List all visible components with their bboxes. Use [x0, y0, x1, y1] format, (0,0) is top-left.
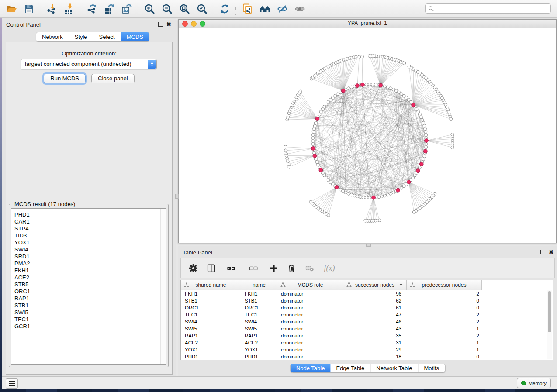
tab-network-table[interactable]: Network Table	[370, 364, 418, 372]
new-network-from-selection-button[interactable]	[239, 1, 256, 16]
table-row[interactable]: SWI4SWI4dominator462	[181, 318, 553, 325]
delete-selected-button[interactable]	[286, 263, 297, 273]
mcds-result-item[interactable]: SRD1	[14, 253, 166, 260]
table-row[interactable]: ACE2ACE2connector311	[181, 339, 553, 346]
table-toolbar: f(x)	[180, 258, 555, 278]
memory-button[interactable]: Memory	[517, 378, 551, 388]
delete-table-button-disabled	[304, 263, 315, 273]
table-row[interactable]: YOX1YOX1connector291	[181, 346, 553, 353]
show-columns-button[interactable]	[206, 263, 216, 273]
column-header-name[interactable]: name	[241, 280, 277, 290]
optimization-criterion-select[interactable]: largest connected component (undirected)	[21, 59, 157, 69]
deselect-all-icon	[249, 264, 258, 273]
import-network-button[interactable]	[43, 1, 60, 16]
float-panel-icon[interactable]	[540, 250, 545, 254]
close-panel-button[interactable]: Close panel	[91, 74, 135, 83]
network-view-window: YPA_prune.txt_1	[178, 19, 557, 243]
open-file-button[interactable]	[3, 1, 20, 16]
export-network-button[interactable]	[83, 1, 100, 16]
hide-selected-button[interactable]	[273, 1, 291, 16]
tab-edge-table[interactable]: Edge Table	[330, 364, 370, 372]
table-rows[interactable]: FKH1FKH1dominator962STB1STB1dominator620…	[181, 290, 553, 360]
zoom-selected-button[interactable]	[193, 1, 211, 16]
table-row[interactable]: ORC1ORC1dominator610	[181, 304, 553, 311]
zoom-fit-button[interactable]	[176, 1, 193, 16]
table-row[interactable]: SWI5SWI5connector431	[181, 325, 553, 332]
close-window-button[interactable]	[182, 21, 188, 27]
maximize-window-button[interactable]	[200, 21, 205, 27]
task-history-button[interactable]	[6, 378, 18, 389]
table-row[interactable]: RAP1RAP1dominator352	[181, 332, 553, 339]
mcds-result-item[interactable]: SWI5	[14, 309, 166, 316]
combo-stepper[interactable]	[148, 60, 156, 69]
table-row[interactable]: PHD1PHD1dominator180	[181, 353, 553, 360]
import-table-button[interactable]	[60, 1, 78, 16]
mcds-result-item[interactable]: STP4	[14, 225, 166, 232]
search-field[interactable]	[425, 3, 551, 14]
vertical-splitter-handle[interactable]	[175, 194, 179, 199]
mcds-result-item[interactable]: STB5	[14, 281, 166, 288]
select-all-button[interactable]	[224, 263, 239, 273]
export-table-button[interactable]	[100, 1, 118, 16]
control-panel-tabs: Network Style Select MCDS	[36, 32, 149, 42]
zoom-in-button[interactable]	[141, 1, 158, 16]
tab-motifs[interactable]: Motifs	[418, 364, 445, 372]
apply-layout-button[interactable]	[216, 1, 233, 16]
network-window-titlebar[interactable]: YPA_prune.txt_1	[179, 20, 556, 28]
close-panel-icon[interactable]: ✖	[166, 22, 171, 27]
table-scrollbar[interactable]	[547, 290, 552, 359]
minimize-window-button[interactable]	[191, 21, 197, 27]
zoom-out-button[interactable]	[158, 1, 176, 16]
show-all-button[interactable]	[291, 1, 308, 16]
table-settings-button[interactable]	[188, 263, 198, 273]
column-header-mcds-role[interactable]: MCDS role	[277, 280, 343, 290]
table-cell: TEC1	[181, 311, 241, 318]
table-row[interactable]: FKH1FKH1dominator962	[181, 290, 553, 297]
mcds-result-item[interactable]: SWI4	[14, 246, 166, 253]
float-panel-icon[interactable]	[158, 22, 163, 27]
control-panel-controls: ✖	[158, 22, 171, 27]
table-row[interactable]: STB1STB1dominator620	[181, 297, 553, 304]
horizontal-splitter-handle[interactable]	[366, 244, 371, 247]
tab-network[interactable]: Network	[36, 32, 69, 41]
table-cell: STB1	[241, 297, 277, 304]
mcds-result-item[interactable]: ACE2	[14, 274, 166, 281]
mcds-result-item[interactable]: TEC1	[14, 316, 166, 323]
scrollbar-thumb[interactable]	[548, 291, 551, 332]
tab-select[interactable]: Select	[93, 32, 121, 41]
table-cell: SWI5	[241, 325, 277, 332]
tab-style[interactable]: Style	[69, 32, 93, 41]
network-graph-canvas[interactable]	[179, 28, 556, 243]
mcds-result-item[interactable]: CAR1	[14, 218, 166, 225]
optimization-criterion-label: Optimization criterion:	[6, 50, 172, 57]
run-mcds-button[interactable]: Run MCDS	[44, 74, 86, 83]
mcds-result-item[interactable]: PHD1	[14, 211, 166, 218]
main-toolbar	[0, 0, 557, 18]
mcds-result-item[interactable]: YOX1	[14, 239, 166, 246]
list-scrollbar[interactable]	[160, 209, 166, 364]
first-neighbors-button[interactable]	[256, 1, 273, 16]
tab-node-table[interactable]: Node Table	[291, 364, 331, 372]
add-row-button[interactable]	[268, 263, 279, 273]
mcds-result-item[interactable]: FKH1	[14, 267, 166, 274]
column-header-successor-nodes[interactable]: successor nodes	[343, 280, 407, 290]
tab-mcds[interactable]: MCDS	[121, 32, 149, 41]
toolbar-separator	[80, 3, 81, 15]
close-panel-icon[interactable]: ✖	[549, 250, 554, 254]
column-header-predecessor-nodes[interactable]: predecessor nodes	[407, 280, 482, 290]
save-session-button[interactable]	[20, 1, 38, 16]
table-cell: YOX1	[241, 346, 277, 353]
mcds-result-item[interactable]: GCR1	[14, 323, 166, 330]
mcds-result-item[interactable]: PMA2	[14, 260, 166, 267]
export-image-button[interactable]	[118, 1, 135, 16]
fx-icon: f(x)	[324, 264, 335, 273]
mcds-result-list[interactable]: PHD1CAR1STP4TID3YOX1SWI4SRD1PMA2FKH1ACE2…	[11, 208, 166, 365]
mcds-result-item[interactable]: RAP1	[14, 295, 166, 302]
deselect-all-button[interactable]	[246, 263, 261, 273]
search-input[interactable]	[434, 5, 550, 12]
column-header-shared-name[interactable]: shared name	[181, 280, 241, 290]
mcds-result-item[interactable]: TID3	[14, 232, 166, 239]
mcds-result-item[interactable]: ORC1	[14, 288, 166, 295]
mcds-result-item[interactable]: STB1	[14, 302, 166, 309]
table-row[interactable]: TEC1TEC1connector472	[181, 311, 553, 318]
